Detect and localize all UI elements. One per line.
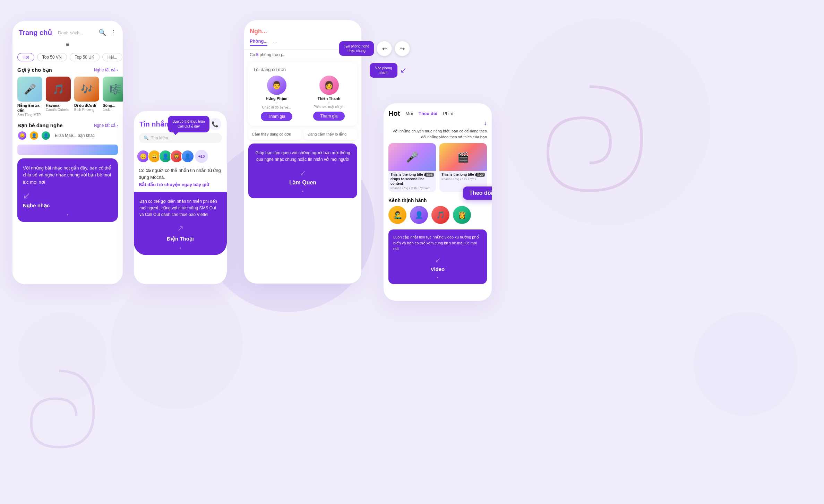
song-thumb-4: 🎼 — [103, 77, 123, 102]
tab-phim[interactable]: Phim — [443, 111, 453, 116]
room-user-1: 👨 Hưng Phạm ♂ Chắc ai đó sẽ về... Tham g… — [261, 76, 292, 121]
chip-top50uk[interactable]: Top 50 UK — [70, 53, 100, 61]
vid-thumb-1: 🎤 — [388, 143, 436, 171]
kenh-row: 👨‍🎤 👤 🎵 👸 — [384, 206, 492, 227]
search-bar[interactable]: 🔍 Tìm kiếm... — [139, 133, 222, 143]
promo-dot-4: ● — [393, 273, 482, 280]
card4-title: Hot — [388, 110, 400, 118]
call-icon[interactable]: 📞 — [209, 118, 221, 130]
fab-btn-1[interactable]: ↩ — [377, 41, 392, 56]
promo-action-2[interactable]: Điện Thoại — [139, 236, 221, 242]
fab-label-1: Tạo phòng nghe nhạc chung — [339, 41, 374, 56]
join-btn-1[interactable]: Tham gia — [261, 112, 292, 121]
song-name-3: Di du đưa đi — [74, 103, 99, 108]
room-users-1: 👨 Hưng Phạm ♂ Chắc ai đó sẽ về... Tham g… — [253, 76, 352, 121]
fab-area: Tạo phòng nghe nhạc chung ↩ ↪ Vào phòng … — [339, 41, 410, 78]
friends-row: 😊 👤 👤 Eliza Mae... bạn khác — [12, 131, 123, 142]
tab-phonh[interactable]: Phòng... — [250, 38, 267, 46]
room-gender-1: ♂ — [261, 101, 292, 105]
video-item-2[interactable]: 🎬 4:20 This is the long title it dr... K… — [439, 143, 487, 192]
card-trang-chu: Trang chủ Danh sách... 🔍 ⋮ ≡ Hot Top 50 … — [12, 21, 123, 284]
room-av-2: 👩 — [319, 76, 339, 95]
kenh-av-3[interactable]: 🎵 — [431, 206, 449, 224]
song-item-4[interactable]: 🎼 Sóng... Jack... — [103, 77, 123, 117]
section2-header: Bạn bè đang nghe Nghe tất cả › — [12, 120, 123, 131]
chip-top50vn[interactable]: Top 50 VN — [37, 53, 67, 61]
song-artist-4: Jack... — [103, 108, 123, 112]
room-title-1: Tôi đang cô đơn — [253, 67, 352, 72]
fab-btn-2[interactable]: ↪ — [395, 41, 410, 56]
chip-hot[interactable]: Hot — [17, 53, 34, 61]
contact-more: +10 — [195, 150, 208, 163]
promo-text-1: Với những bài nhạc hot gần đây, bạn có t… — [23, 165, 112, 186]
contact-avatars: 😊 😄 👤 🦁 👤 +10 — [134, 146, 227, 164]
song-name-1: Nắng ấm xa dần — [17, 103, 42, 113]
song-artist-1: Sơn Tùng MTP — [17, 113, 42, 117]
promo-arrow-2: ↗ — [139, 224, 221, 233]
start-chat-link[interactable]: Bắt đầu trò chuyện ngay bây giờ — [134, 182, 227, 191]
song-item-2[interactable]: 🎵 Havana Camila Cabello — [46, 77, 71, 117]
friends-text: Eliza Mae... bạn khác — [55, 133, 95, 138]
room-title-2b: Đang cảm thấy lo lắng — [308, 132, 354, 137]
fab-row-1: Tạo phòng nghe nhạc chung ↩ ↪ — [339, 41, 410, 56]
card3-title: Ngh... — [250, 28, 354, 35]
song-artist-3: Bích Phương — [74, 108, 99, 112]
callout-text: Bạn có thể thực hiện Call Out ở đây — [173, 120, 205, 128]
promo-dot-1: ● — [23, 211, 112, 217]
promo-action-1[interactable]: Nghe nhạc — [23, 202, 112, 209]
promo-arrow-3: ↙ — [254, 168, 352, 177]
promo-card-1: Với những bài nhạc hot gần đây, bạn có t… — [17, 158, 118, 222]
room-gender-2: ♀ — [313, 101, 344, 104]
song-name-4: Sóng... — [103, 103, 123, 108]
card-hot-video: Hot Mới Theo dõi Phim ↓ Với những chuyên… — [384, 103, 492, 301]
callout-bubble: Bạn có thể thực hiện Call Out ở đây — [168, 116, 209, 132]
promo-arrow-4: ↙ — [393, 256, 482, 264]
promo-dot-2: ● — [139, 244, 221, 250]
card4-arrow: ↓ — [384, 120, 492, 127]
section1-link[interactable]: Nghe tất cả › — [94, 68, 118, 72]
promo-text-2: Bạn có thể gọi điện nhắn tin miễn phí đế… — [139, 198, 221, 218]
promo-action-3[interactable]: Làm Quen — [254, 180, 352, 186]
tab-other[interactable]: ... — [273, 38, 277, 46]
fab-arrow-2: ↙ — [400, 66, 406, 75]
theo-doi-button[interactable]: Theo dõi — [463, 186, 492, 200]
kenh-av-1[interactable]: 👨‍🎤 — [388, 206, 406, 224]
count-text: Có 15 người có thể nhắn tin nhắn từ ứng … — [134, 164, 227, 182]
friend-avatar-2: 👤 — [29, 131, 39, 140]
friend-avatar-1: 😊 — [17, 131, 27, 140]
section1-header: Gợi ý cho bạn Nghe tất cả › — [12, 65, 123, 75]
song-item-3[interactable]: 🎶 Di du đưa đi Bích Phương — [74, 77, 99, 117]
tab-moi[interactable]: Mới — [405, 111, 413, 116]
room-desc-1: Chắc ai đó sẽ về... — [261, 105, 292, 109]
promo-card-2: Bạn có thể gọi điện nhắn tin miễn phí đế… — [134, 192, 227, 255]
video-item-1[interactable]: 🎤 5:08 This is the long title it drops t… — [388, 143, 436, 192]
vid-more-1[interactable]: ⋮ — [430, 172, 435, 177]
song-item-1[interactable]: 🎤 Nắng ấm xa dần Sơn Tùng MTP — [17, 77, 42, 117]
room-card-2-row: Cảm thấy đang cô đơn Đang cảm thấy lo lắ… — [248, 129, 357, 140]
room-user-2: 👩 Thiên Thanh ♀ Phía sau một cô gái Tham… — [313, 76, 344, 121]
card3-header: Ngh... — [244, 20, 361, 38]
card1-subtitle: Danh sách... — [58, 30, 94, 35]
promo-card-3: Giúp bạn làm quen với những người bạn mớ… — [248, 144, 357, 198]
more-icon[interactable]: ⋮ — [110, 29, 117, 36]
section2-title: Bạn bè đang nghe — [17, 122, 63, 129]
song-artist-2: Camila Cabello — [46, 108, 71, 112]
join-btn-2[interactable]: Tham gia — [313, 112, 344, 121]
room-card-2a: Cảm thấy đang cô đơn — [248, 129, 301, 140]
chip-hai[interactable]: Hải... — [102, 53, 122, 61]
promo-dot-3: ● — [254, 187, 352, 193]
kenh-av-2[interactable]: 👤 — [410, 206, 428, 224]
section2-link[interactable]: Nghe tất cả › — [94, 123, 118, 128]
hamburger-icon[interactable]: ≡ — [12, 40, 123, 51]
kenh-av-4[interactable]: 👸 — [453, 206, 471, 224]
vid-meta-2: Khánh Hưng • 12k lượt x... — [441, 177, 485, 181]
fab-label-2: Vào phòng nhanh — [370, 63, 397, 78]
tab-theo-doi[interactable]: Theo dõi — [419, 111, 437, 116]
search-icon[interactable]: 🔍 — [98, 29, 106, 36]
section1-title: Gợi ý cho bạn — [17, 67, 52, 73]
music-list: 🎤 Nắng ấm xa dần Sơn Tùng MTP 🎵 Havana C… — [12, 75, 123, 120]
song-name-2: Havana — [46, 103, 71, 108]
card4-header: Hot Mới Theo dõi Phim — [384, 103, 492, 120]
promo-action-4[interactable]: Video — [393, 266, 482, 272]
promo-text-3: Giúp bạn làm quen với những người bạn mớ… — [254, 150, 352, 163]
